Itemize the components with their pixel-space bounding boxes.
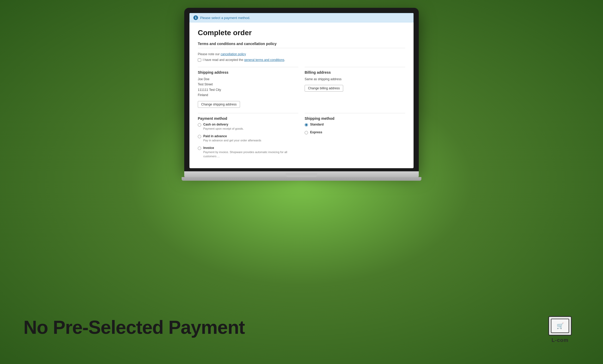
billing-address-same: Same as shipping address xyxy=(305,77,405,82)
logo-box: 🛒 xyxy=(548,316,572,336)
alert-banner: ℹ Please select a payment method. xyxy=(189,13,414,22)
shipping-express-label: Express xyxy=(310,130,322,134)
shipping-radio-express[interactable] xyxy=(305,131,308,134)
shipping-radio-standard[interactable] xyxy=(305,123,308,127)
payment-advance-label: Paid in advance xyxy=(203,134,261,138)
billing-address-section: Billing address Same as shipping address… xyxy=(305,67,405,108)
shipping-option-express: Express xyxy=(305,130,405,135)
payment-invoice-label: Invoice xyxy=(203,146,298,150)
logo-screen: 🛒 xyxy=(551,319,569,333)
payment-radio-advance[interactable] xyxy=(198,135,201,138)
terms-checkbox[interactable] xyxy=(198,58,201,62)
shipping-country: Finland xyxy=(198,92,298,98)
terms-checkbox-label: I have read and accepted the general ter… xyxy=(203,58,285,62)
payment-option-cash: Cash on delivery Payment upon receipt of… xyxy=(198,123,298,131)
bottom-text-area: No Pre-Selected Payment xyxy=(23,317,245,338)
page-title: Complete order xyxy=(198,29,405,37)
cancellation-policy-link[interactable]: cancellation policy xyxy=(220,52,246,56)
shipping-address-section: Shipping address Joe Doe Test Street 111… xyxy=(198,67,298,108)
payment-method-section: Payment method Cash on delivery Payment … xyxy=(198,113,298,162)
page-content: Complete order Terms and conditions and … xyxy=(189,22,414,168)
logo-container: 🛒 L-com xyxy=(548,316,572,343)
headline-text: No Pre-Selected Payment xyxy=(23,317,245,338)
payment-radio-invoice[interactable] xyxy=(198,147,201,150)
terms-divider xyxy=(198,48,405,48)
shipping-name: Joe Doe xyxy=(198,77,298,82)
payment-advance-desc: Pay in advance and get your order afterw… xyxy=(203,139,261,142)
terms-checkbox-row: I have read and accepted the general ter… xyxy=(198,58,405,62)
change-billing-address-button[interactable]: Change billing address xyxy=(305,85,343,92)
payment-invoice-desc: Payment by invoice. Shopware provides au… xyxy=(203,150,298,158)
shipping-method-title: Shipping method xyxy=(305,116,405,121)
payment-option-advance: Paid in advance Pay in advance and get y… xyxy=(198,134,298,142)
shipping-address-text: Joe Doe Test Street 111111 Test City Fin… xyxy=(198,77,298,98)
shipping-method-section: Shipping method Standard Express xyxy=(305,113,405,162)
alert-icon: ℹ xyxy=(193,15,198,20)
billing-address-title: Billing address xyxy=(305,70,405,74)
alert-message: Please select a payment method. xyxy=(200,16,250,20)
shipping-option-standard: Standard xyxy=(305,123,405,127)
laptop-bottom xyxy=(182,177,421,181)
address-grid: Shipping address Joe Doe Test Street 111… xyxy=(198,67,405,108)
general-terms-link[interactable]: general terms and conditions xyxy=(244,58,284,62)
shipping-address-title: Shipping address xyxy=(198,70,298,74)
change-shipping-address-button[interactable]: Change shipping address xyxy=(198,101,240,108)
laptop-base xyxy=(184,171,419,177)
payment-radio-cash[interactable] xyxy=(198,123,201,127)
payment-option-invoice: Invoice Payment by invoice. Shopware pro… xyxy=(198,146,298,158)
shipping-standard-label: Standard xyxy=(310,123,324,126)
payment-cash-label: Cash on delivery xyxy=(203,123,244,126)
cart-icon: 🛒 xyxy=(557,323,564,329)
terms-note: Please note our cancellation policy xyxy=(198,52,405,56)
payment-cash-desc: Payment upon receipt of goods. xyxy=(203,127,244,131)
terms-section-title: Terms and conditions and cancellation po… xyxy=(198,42,405,46)
shipping-zip-city: 111111 Test City xyxy=(198,87,298,92)
logo-text: L-com xyxy=(552,337,569,343)
payment-method-title: Payment method xyxy=(198,116,298,121)
method-grid: Payment method Cash on delivery Payment … xyxy=(198,113,405,162)
shipping-street: Test Street xyxy=(198,82,298,87)
